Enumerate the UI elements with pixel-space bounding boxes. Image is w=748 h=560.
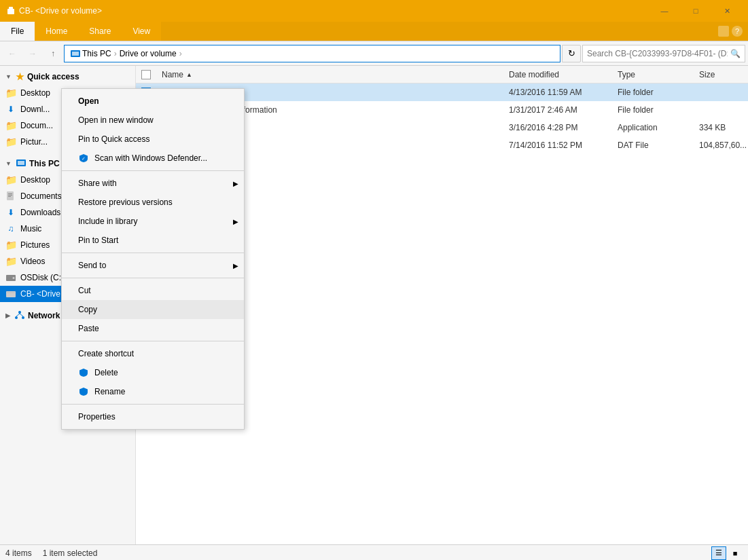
ctx-restore-label: Restore previous versions bbox=[78, 198, 173, 207]
ctx-delete[interactable]: Delete bbox=[62, 363, 244, 382]
refresh-button[interactable]: ↻ bbox=[562, 45, 581, 62]
ctx-library-arrow: ▶ bbox=[233, 218, 238, 225]
col-header-type[interactable]: Type bbox=[612, 70, 694, 79]
folder-icon: 📁 bbox=[5, 240, 16, 250]
col-header-name[interactable]: Name ▲ bbox=[156, 70, 503, 79]
ctx-send-arrow: ▶ bbox=[233, 262, 238, 269]
quick-access-star-icon: ★ bbox=[16, 71, 24, 82]
svg-rect-6 bbox=[18, 161, 24, 165]
up-button[interactable]: ↑ bbox=[43, 44, 63, 63]
maximize-button[interactable]: □ bbox=[680, 0, 711, 22]
ctx-create-shortcut[interactable]: Create shortcut bbox=[62, 344, 244, 363]
ctx-open-label: Open bbox=[78, 96, 99, 106]
ctx-cut-label: Cut bbox=[78, 286, 91, 295]
ctx-sep-1 bbox=[62, 170, 244, 171]
search-input[interactable] bbox=[587, 49, 728, 58]
row-type-3: DAT File bbox=[612, 141, 694, 150]
ctx-send-label: Send to bbox=[78, 261, 106, 270]
row-date-2: 3/16/2016 4:28 PM bbox=[503, 123, 612, 132]
ctx-scan-defender[interactable]: ✓ Scan with Windows Defender... bbox=[62, 149, 244, 168]
path-thispc: This PC bbox=[70, 48, 111, 59]
ribbon-tabs: File Home Share View ? bbox=[0, 22, 748, 41]
ctx-open[interactable]: Open bbox=[62, 92, 244, 111]
app-icon bbox=[5, 5, 16, 16]
close-button[interactable]: ✕ bbox=[711, 0, 743, 22]
svg-rect-4 bbox=[72, 52, 79, 56]
search-icon: 🔍 bbox=[730, 49, 741, 58]
ctx-pin-start-label: Pin to Start bbox=[78, 236, 118, 245]
svg-rect-2 bbox=[9, 7, 13, 10]
svg-rect-13 bbox=[6, 291, 16, 297]
documents-icon bbox=[5, 191, 16, 202]
folder-icon: 📁 bbox=[5, 174, 16, 185]
large-icons-view-button[interactable]: ■ bbox=[728, 546, 743, 560]
svg-rect-10 bbox=[8, 196, 11, 197]
window-controls: — □ ✕ bbox=[649, 0, 743, 22]
ctx-properties[interactable]: Properties bbox=[62, 407, 244, 426]
drive-icon bbox=[5, 288, 16, 299]
row-size-3: 104,857,60... bbox=[694, 141, 748, 150]
ctx-pin-start[interactable]: Pin to Start bbox=[62, 231, 244, 250]
tab-view[interactable]: View bbox=[122, 22, 161, 41]
back-button[interactable]: ← bbox=[3, 44, 22, 63]
help-button[interactable]: ? bbox=[732, 26, 743, 37]
row-type-0: File folder bbox=[612, 88, 694, 97]
ctx-share-with[interactable]: Share with ▶ bbox=[62, 174, 244, 193]
ctx-copy[interactable]: Copy bbox=[62, 300, 244, 319]
ctx-cut[interactable]: Cut bbox=[62, 281, 244, 300]
status-info: 4 items 1 item selected bbox=[5, 548, 97, 558]
this-pc-icon bbox=[16, 157, 26, 170]
ctx-restore-versions[interactable]: Restore previous versions bbox=[62, 193, 244, 212]
svg-line-19 bbox=[20, 314, 23, 316]
address-path[interactable]: This PC › Drive or volume › bbox=[64, 45, 560, 62]
quick-access-label: Quick access bbox=[27, 72, 79, 81]
ctx-library-label: Include in library bbox=[78, 217, 137, 226]
minimize-button[interactable]: — bbox=[649, 0, 680, 22]
ctx-sep-5 bbox=[62, 404, 244, 405]
ctx-share-arrow: ▶ bbox=[233, 180, 238, 187]
ctx-send-to[interactable]: Send to ▶ bbox=[62, 256, 244, 275]
row-size-2: 334 KB bbox=[694, 123, 748, 132]
details-view-button[interactable]: ☰ bbox=[711, 546, 726, 560]
col-header-size[interactable]: Size bbox=[694, 70, 748, 79]
ctx-include-library[interactable]: Include in library ▶ bbox=[62, 212, 244, 231]
window-title: CB- <Drive or volume> bbox=[19, 6, 102, 16]
items-count: 4 items bbox=[5, 548, 32, 558]
sort-arrow: ▲ bbox=[186, 71, 192, 78]
svg-rect-9 bbox=[8, 195, 12, 195]
svg-point-12 bbox=[13, 277, 15, 279]
row-date-1: 1/31/2017 2:46 AM bbox=[503, 105, 612, 115]
folder-icon: 📁 bbox=[5, 120, 16, 131]
tab-file[interactable]: File bbox=[0, 22, 35, 41]
svg-rect-8 bbox=[8, 193, 12, 194]
ctx-pin-quick[interactable]: Pin to Quick access bbox=[62, 130, 244, 149]
download-icon: ⬇ bbox=[5, 207, 16, 218]
ctx-share-label: Share with bbox=[78, 179, 117, 188]
ctx-paste[interactable]: Paste bbox=[62, 319, 244, 338]
ctx-open-new-window[interactable]: Open in new window bbox=[62, 111, 244, 130]
ctx-open-new-window-label: Open in new window bbox=[78, 115, 154, 125]
ctx-paste-label: Paste bbox=[78, 324, 99, 333]
svg-line-18 bbox=[16, 314, 20, 316]
svg-rect-7 bbox=[7, 191, 14, 200]
selected-count: 1 item selected bbox=[43, 548, 98, 558]
select-all-checkbox[interactable] bbox=[141, 70, 151, 79]
tab-home[interactable]: Home bbox=[35, 22, 78, 41]
ctx-rename-label: Rename bbox=[94, 387, 125, 396]
forward-button[interactable]: → bbox=[23, 44, 42, 63]
tab-share[interactable]: Share bbox=[78, 22, 122, 41]
quick-access-arrow: ▼ bbox=[5, 73, 12, 80]
network-icon bbox=[14, 310, 25, 322]
shield-delete-icon bbox=[78, 367, 89, 378]
view-controls: ☰ ■ bbox=[711, 546, 743, 560]
header-check[interactable] bbox=[136, 70, 156, 79]
ribbon-toggle[interactable] bbox=[718, 26, 729, 37]
svg-point-16 bbox=[15, 316, 18, 319]
quick-access-header[interactable]: ▼ ★ Quick access bbox=[0, 69, 135, 85]
ctx-rename[interactable]: Rename bbox=[62, 382, 244, 401]
search-box: 🔍 bbox=[582, 45, 745, 62]
svg-point-17 bbox=[22, 316, 24, 319]
col-header-date[interactable]: Date modified bbox=[503, 70, 612, 79]
this-pc-arrow: ▼ bbox=[5, 160, 12, 167]
ctx-sep-4 bbox=[62, 341, 244, 341]
